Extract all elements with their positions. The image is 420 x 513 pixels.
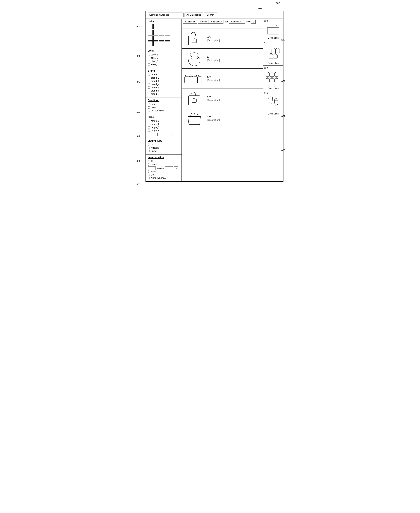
price-checkbox-3[interactable]	[148, 126, 150, 128]
brand-checkbox-1[interactable]	[148, 74, 150, 76]
tab-all-listings[interactable]: All Listings	[183, 20, 197, 24]
listing-type-auction[interactable]: Auction	[148, 147, 180, 149]
location-go-button[interactable]: »	[174, 166, 178, 170]
color-swatch[interactable]	[153, 24, 158, 29]
location-all[interactable]: All	[148, 160, 180, 163]
svg-rect-11	[267, 49, 271, 53]
color-swatch[interactable]	[165, 24, 170, 29]
price-checkbox-4[interactable]	[148, 130, 150, 132]
price-range-3[interactable]: range_3	[148, 126, 180, 129]
product-description-608: [Description]	[207, 79, 262, 81]
item-location-title: Item Location	[148, 156, 180, 159]
location-north-america[interactable]: North America	[148, 177, 180, 179]
item-location-section: Item Location All Within miles of »	[146, 155, 181, 181]
right-item-number-620: 620	[264, 20, 268, 22]
brand-item-7[interactable]: brand_7	[148, 93, 180, 95]
price-min-input[interactable]	[148, 132, 158, 136]
tab-auction[interactable]: Auction	[198, 20, 209, 24]
color-swatch[interactable]	[153, 30, 158, 35]
style-checkbox-4[interactable]	[148, 63, 150, 65]
color-swatch[interactable]	[159, 36, 164, 40]
color-swatch[interactable]	[153, 41, 158, 46]
color-swatch[interactable]	[159, 24, 164, 29]
condition-checkbox-used[interactable]	[148, 106, 150, 109]
brand-checkbox-6[interactable]	[148, 90, 150, 92]
brand-checkbox-4[interactable]	[148, 83, 150, 86]
brand-item-6[interactable]: brand_6	[148, 89, 180, 92]
location-radio-us[interactable]	[148, 174, 150, 176]
brand-item-5[interactable]: brand_5	[148, 86, 180, 89]
listing-type-all[interactable]: All	[148, 143, 180, 146]
listing-type-radio-auction[interactable]	[148, 147, 150, 149]
tab-extra-checkbox[interactable]	[183, 26, 185, 28]
location-radio-within[interactable]	[148, 163, 150, 166]
search-button[interactable]: Search	[204, 13, 217, 17]
location-zip-input[interactable]	[165, 166, 173, 170]
color-swatch[interactable]	[148, 41, 153, 46]
location-radio-all[interactable]	[148, 160, 150, 162]
listing-tabs: All Listings Auction Buy It Now Sort Bes…	[182, 19, 263, 25]
listing-type-radio-fixed[interactable]	[148, 150, 150, 152]
color-swatch[interactable]	[165, 41, 170, 46]
brand-checkbox-5[interactable]	[148, 86, 150, 89]
product-description-607: [Description]	[207, 59, 262, 62]
condition-checkbox-new[interactable]	[148, 103, 150, 105]
right-bag-icon-623	[265, 95, 281, 111]
style-checkbox-1[interactable]	[148, 54, 150, 56]
brand-item-3[interactable]: brand_3	[148, 80, 180, 82]
price-checkbox-1[interactable]	[148, 120, 150, 122]
price-max-input[interactable]	[158, 132, 168, 136]
style-item-4[interactable]: style_4	[148, 63, 180, 66]
brand-item-1[interactable]: brand_1	[148, 73, 180, 76]
svg-rect-21	[275, 78, 278, 82]
annotation-620: 620	[281, 39, 285, 41]
price-go-button[interactable]: »	[169, 132, 173, 136]
svg-rect-3	[185, 77, 189, 83]
brand-item-2[interactable]: brand_2	[148, 77, 180, 79]
color-swatch[interactable]	[153, 36, 158, 40]
condition-new[interactable]: new	[148, 103, 180, 106]
location-miles-input[interactable]	[148, 166, 156, 170]
condition-not-specified[interactable]: not specified	[148, 109, 180, 112]
color-swatch[interactable]	[159, 30, 164, 35]
view-dropdown[interactable]: ▽	[251, 20, 255, 24]
color-swatch[interactable]	[148, 36, 153, 40]
color-swatch[interactable]	[148, 24, 153, 29]
location-radio-state[interactable]	[148, 171, 150, 173]
location-state[interactable]: State	[148, 170, 180, 173]
price-range-1[interactable]: range_1	[148, 119, 180, 122]
tab-buy-it-now[interactable]: Buy It Now	[209, 20, 224, 24]
brand-checkbox-3[interactable]	[148, 80, 150, 82]
color-swatch[interactable]	[148, 30, 153, 35]
search-checkbox[interactable]	[218, 14, 220, 16]
brand-checkbox-7[interactable]	[148, 93, 150, 95]
brand-checkbox-2[interactable]	[148, 77, 150, 79]
product-item-609: 609 [Description]	[182, 88, 263, 108]
bag-icon-608	[183, 70, 205, 86]
style-item-2[interactable]: style_2	[148, 56, 180, 59]
location-us[interactable]: U.S.	[148, 173, 180, 176]
right-desc-621: Description	[268, 62, 279, 64]
listing-type-fixed[interactable]: Fixed	[148, 150, 180, 152]
location-within[interactable]: Within	[148, 163, 180, 166]
price-range-2[interactable]: range_2	[148, 123, 180, 125]
price-checkbox-2[interactable]	[148, 123, 150, 125]
listing-type-radio-all[interactable]	[148, 144, 150, 146]
tab-extra-row	[182, 25, 263, 29]
style-item-3[interactable]: style_3	[148, 60, 180, 62]
style-checkbox-3[interactable]	[148, 60, 150, 62]
style-item-1[interactable]: style_1	[148, 53, 180, 56]
all-categories-button[interactable]: All Categories	[185, 13, 203, 17]
sort-select[interactable]: Best Match	[229, 20, 245, 24]
color-swatch[interactable]	[159, 41, 164, 46]
location-radio-north-america[interactable]	[148, 177, 150, 179]
price-range-4[interactable]: range_4	[148, 129, 180, 132]
condition-used[interactable]: used	[148, 106, 180, 109]
color-swatch[interactable]	[165, 36, 170, 40]
color-swatch[interactable]	[165, 30, 170, 35]
bag-icon-610	[185, 110, 203, 126]
search-input[interactable]	[148, 13, 183, 17]
style-checkbox-2[interactable]	[148, 57, 150, 59]
brand-item-4[interactable]: brand_4	[148, 83, 180, 86]
condition-checkbox-not-specified[interactable]	[148, 110, 150, 112]
